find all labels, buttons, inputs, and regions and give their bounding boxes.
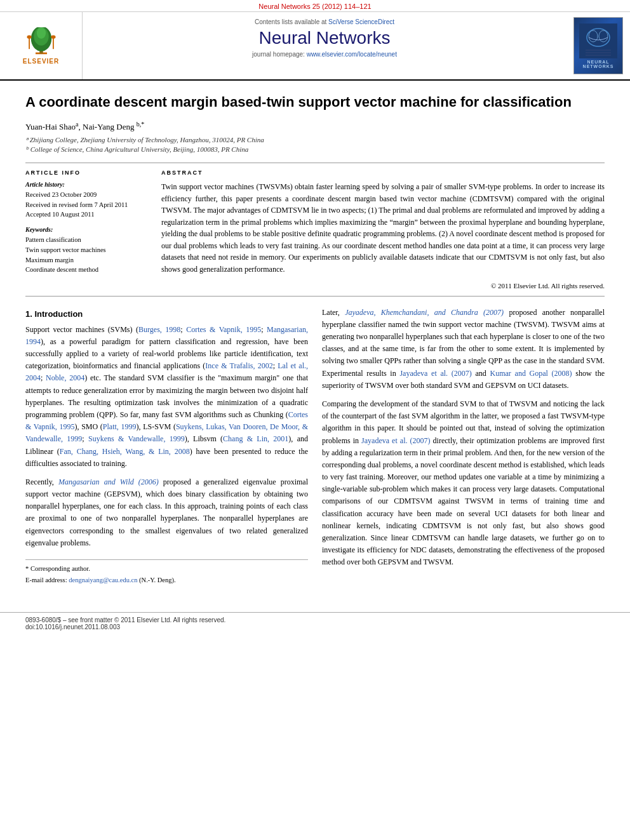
- article-info-label: ARTICLE INFO: [25, 170, 146, 176]
- ref-suykens2[interactable]: Suykens & Vandewalle, 1999: [88, 434, 185, 443]
- journal-citation-text: Neural Networks 25 (2012) 114–121: [258, 3, 371, 10]
- homepage-url[interactable]: www.elsevier.com/locate/neunet: [307, 51, 397, 58]
- keyword-2: Twin support vector machines: [25, 245, 146, 255]
- journal-name: Neural Networks: [95, 28, 554, 48]
- ref-fan[interactable]: Fan, Chang, Hsieh, Wang, & Lin, 2008: [60, 447, 190, 456]
- history-label: Article history:: [25, 181, 146, 188]
- section1-heading: 1. Introduction: [25, 309, 308, 319]
- journal-cover-thumbnail: NEURAL NETWORKS: [573, 17, 623, 74]
- email-label: E-mail address:: [25, 577, 67, 583]
- article-history-subsection: Article history: Received 23 October 200…: [25, 181, 146, 220]
- issn-text: 0893-6080/$ – see front matter © 2011 El…: [25, 617, 225, 623]
- divider-2: [25, 296, 605, 297]
- divider-1: [25, 163, 605, 163]
- cover-title-line2: NETWORKS: [583, 64, 614, 69]
- ref-jayadeva3[interactable]: Jayadeva et al. (2007): [361, 436, 430, 445]
- journal-header: ELSEVIER Contents lists available at Sci…: [0, 12, 630, 81]
- journal-citation-bar: Neural Networks 25 (2012) 114–121: [0, 0, 630, 12]
- keywords-subsection: Keywords: Pattern classification Twin su…: [25, 226, 146, 275]
- sciverse-link[interactable]: SciVerse ScienceDirect: [328, 18, 394, 25]
- bottom-bar: 0893-6080/$ – see front matter © 2011 El…: [0, 612, 630, 634]
- affiliations: ᵃ Zhijiang College, Zhejiang University …: [25, 136, 605, 154]
- keyword-3: Maximum margin: [25, 255, 146, 265]
- abstract-label: ABSTRACT: [161, 170, 605, 176]
- cover-svg: [579, 23, 617, 58]
- sciverse-prefix: Contents lists available at: [255, 18, 328, 25]
- abstract-column: ABSTRACT Twin support vector machines (T…: [161, 170, 605, 290]
- ref-jayadeva1[interactable]: Jayadeva, Khemchandani, and Chandra (200…: [345, 308, 504, 317]
- ref-noble[interactable]: Noble, 2004: [46, 373, 84, 382]
- article-info-column: ARTICLE INFO Article history: Received 2…: [25, 170, 146, 290]
- affiliation-a: ᵃ Zhijiang College, Zhejiang University …: [25, 136, 605, 144]
- elsevier-brand-text: ELSEVIER: [23, 58, 59, 65]
- journal-homepage-line: journal homepage: www.elsevier.com/locat…: [95, 51, 554, 58]
- keywords-label: Keywords:: [25, 226, 146, 233]
- article-title: A coordinate descent margin based-twin s…: [25, 93, 605, 112]
- footnote-star: * Corresponding author.: [25, 564, 308, 574]
- copyright-line: © 2011 Elsevier Ltd. All rights reserved…: [161, 282, 605, 290]
- email-suffix: (N.-Y. Deng).: [139, 577, 176, 583]
- ref-ince[interactable]: Ince & Trafalis, 2002: [205, 361, 272, 370]
- journal-header-middle: Contents lists available at SciVerse Sci…: [83, 12, 566, 79]
- footnote-section: * Corresponding author. E-mail address: …: [25, 559, 308, 585]
- received-revised: Received in revised form 7 April 2011: [25, 201, 128, 208]
- authors-line: Yuan-Hai Shaoa, Nai-Yang Deng b,*: [25, 121, 605, 132]
- elsevier-logo-section: ELSEVIER: [0, 12, 83, 79]
- ref-kumar[interactable]: Kumar and Gopal (2008): [490, 369, 572, 378]
- keyword-4: Coordinate descent method: [25, 265, 146, 275]
- body-col-right-para1: Later, Jayadeva, Khemchandani, and Chand…: [322, 307, 605, 392]
- ref-cortes1[interactable]: Cortes & Vapnik, 1995: [186, 325, 261, 334]
- ref-chang[interactable]: Chang & Lin, 2001: [223, 434, 288, 443]
- doi-text: doi:10.1016/j.neunet.2011.08.003: [25, 623, 120, 630]
- ref-burges[interactable]: Burges, 1998: [138, 325, 180, 334]
- svg-point-6: [27, 35, 31, 38]
- ref-platt[interactable]: Platt, 1999: [103, 422, 137, 431]
- svg-point-8: [51, 35, 55, 38]
- affiliation-b: ᵇ College of Science, China Agricultural…: [25, 145, 605, 154]
- cover-title-line1: NEURAL: [587, 60, 609, 64]
- svg-rect-7: [53, 37, 54, 49]
- body-col-right-para2: Comparing the development of the standar…: [322, 398, 605, 569]
- info-abstract-section: ARTICLE INFO Article history: Received 2…: [25, 170, 605, 290]
- elsevier-tree-icon: [22, 27, 60, 56]
- svg-rect-5: [29, 37, 30, 49]
- accepted: Accepted 10 August 2011: [25, 211, 94, 218]
- journal-cover-section: NEURAL NETWORKS: [566, 12, 630, 79]
- body-col-left: 1. Introduction Support vector machines …: [25, 307, 308, 587]
- keywords-content: Pattern classification Twin support vect…: [25, 235, 146, 275]
- elsevier-logo: ELSEVIER: [22, 27, 60, 65]
- svg-point-4: [36, 27, 45, 39]
- received-1: Received 23 October 2009: [25, 191, 97, 198]
- main-content: A coordinate descent margin based-twin s…: [0, 81, 630, 599]
- ref-jayadeva2[interactable]: Jayadeva et al. (2007): [399, 369, 471, 378]
- history-content: Received 23 October 2009 Received in rev…: [25, 190, 146, 220]
- abstract-text: Twin support vector machines (TWSVMs) ob…: [161, 181, 605, 276]
- sciverse-line: Contents lists available at SciVerse Sci…: [95, 18, 554, 25]
- body-col-right: Later, Jayadeva, Khemchandani, and Chand…: [322, 307, 605, 587]
- email-link[interactable]: dengnaiyang@cau.edu.cn: [69, 577, 137, 583]
- ref-mangasarian2[interactable]: Mangasarian and Wild (2006): [58, 477, 159, 486]
- body-col-left-para2: Recently, Mangasarian and Wild (2006) pr…: [25, 476, 308, 549]
- authors-text: Yuan-Hai Shaoa, Nai-Yang Deng b,*: [25, 122, 144, 131]
- body-columns: 1. Introduction Support vector machines …: [25, 307, 605, 587]
- body-col-left-para1: Support vector machines (SVMs) (Burges, …: [25, 324, 308, 470]
- footnote-email: E-mail address: dengnaiyang@cau.edu.cn (…: [25, 575, 308, 585]
- homepage-label: journal homepage:: [252, 51, 305, 58]
- keyword-1: Pattern classification: [25, 235, 146, 245]
